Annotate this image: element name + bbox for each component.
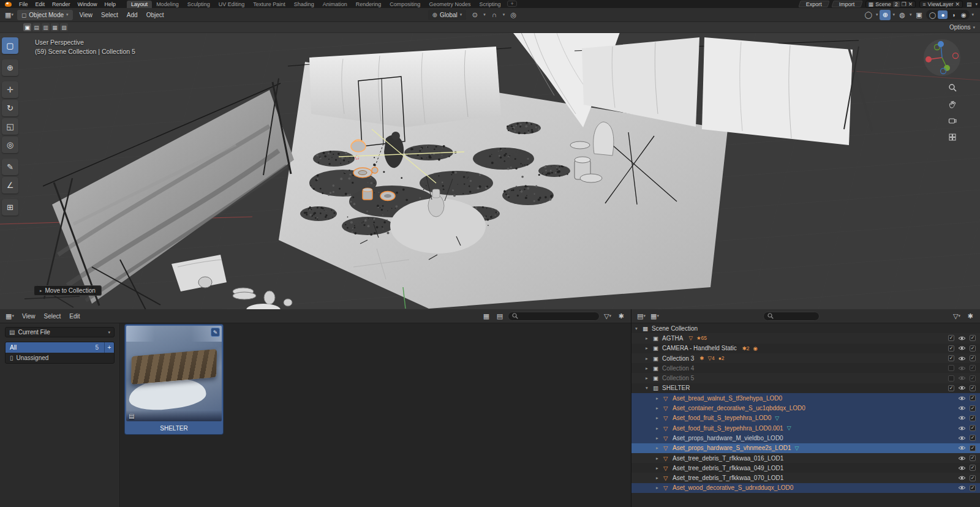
workspace-tab-shading[interactable]: Shading xyxy=(290,1,318,8)
expand-arrow-icon[interactable]: ▸ xyxy=(646,336,653,341)
disable-checkbox[interactable]: ✓ xyxy=(970,425,976,431)
expand-arrow-icon[interactable]: ▸ xyxy=(656,445,663,451)
outliner-row[interactable]: ▸▽Aset_tree_debris_T_rfkkwaa_049_LOD1✓ xyxy=(631,463,980,473)
xray-icon[interactable]: ▣ xyxy=(913,10,924,20)
outliner-row[interactable]: ▸▽Aset_tree_debris_T_rfkkwaa_070_LOD1✓ xyxy=(631,473,980,483)
hide-eye-icon[interactable] xyxy=(958,475,966,481)
scale-tool[interactable]: ◱ xyxy=(2,118,18,135)
exclude-checkbox[interactable]: ✓ xyxy=(948,385,954,391)
expand-arrow-icon[interactable]: ▸ xyxy=(656,435,663,441)
outliner-row[interactable]: ▸▣Collection 3✱▽4●2✓✓ xyxy=(631,353,980,363)
disable-checkbox[interactable]: ✓ xyxy=(970,455,976,461)
editor-type-asset-browser-icon[interactable]: ▦▾ xyxy=(4,311,15,321)
menu-edit[interactable]: Edit xyxy=(32,1,49,8)
disable-checkbox[interactable]: ✓ xyxy=(970,345,976,351)
hide-eye-icon[interactable] xyxy=(958,435,966,441)
viewport-canvas[interactable] xyxy=(0,22,980,309)
disable-checkbox[interactable]: ✓ xyxy=(970,405,976,411)
shading-rendered-icon[interactable]: ◉ xyxy=(959,10,968,19)
proportional-editing-icon[interactable]: ◎ xyxy=(508,10,519,20)
hide-eye-icon[interactable] xyxy=(958,415,966,421)
overlays-icon[interactable]: ◍ xyxy=(897,10,908,20)
expand-arrow-icon[interactable]: ▸ xyxy=(656,485,663,490)
transform-tool[interactable]: ◎ xyxy=(2,137,18,153)
disable-checkbox[interactable]: ✓ xyxy=(970,335,976,341)
disable-checkbox[interactable]: ✓ xyxy=(970,365,976,371)
hide-eye-icon[interactable] xyxy=(958,456,966,461)
expand-arrow-icon[interactable]: ▸ xyxy=(646,345,653,351)
asset-menu-view[interactable]: View xyxy=(18,313,40,320)
pan-hand-icon[interactable] xyxy=(947,99,958,110)
asset-card-shelter[interactable]: ✎ ▤ SHELTER xyxy=(125,325,223,434)
expand-arrow-icon[interactable]: ▸ xyxy=(656,465,663,471)
disable-checkbox[interactable]: ✓ xyxy=(970,445,976,451)
viewlayer-selector[interactable]: ≡ ViewLayer ✕ xyxy=(919,1,963,8)
viewport-menu-object[interactable]: Object xyxy=(142,12,168,18)
disable-checkbox[interactable]: ✓ xyxy=(970,355,976,361)
disable-checkbox[interactable]: ✓ xyxy=(970,465,976,471)
exclude-checkbox[interactable]: ✓ xyxy=(948,345,954,351)
menu-window[interactable]: Window xyxy=(74,1,101,8)
unlink-scene-icon[interactable]: ✕ xyxy=(908,1,913,7)
hide-eye-icon[interactable] xyxy=(958,356,966,361)
workspace-tab-rendering[interactable]: Rendering xyxy=(352,1,386,8)
blender-logo-icon[interactable] xyxy=(5,2,12,7)
hide-eye-icon[interactable] xyxy=(958,465,966,471)
export-button[interactable]: Export xyxy=(799,1,830,7)
viewport-menu-view[interactable]: View xyxy=(75,12,97,18)
select-mode-intersect-icon[interactable]: ▧ xyxy=(60,23,68,31)
hide-eye-icon[interactable] xyxy=(958,345,966,351)
disable-checkbox[interactable]: ✓ xyxy=(970,475,976,481)
mode-selector[interactable]: ◻ Object Mode▾ xyxy=(17,10,73,20)
measure-tool[interactable]: ∠ xyxy=(2,177,18,193)
add-cube-tool[interactable]: ⊞ xyxy=(2,199,18,216)
rotate-tool[interactable]: ↻ xyxy=(2,100,18,116)
ortho-grid-icon[interactable] xyxy=(947,132,958,143)
menu-file[interactable]: File xyxy=(15,1,32,8)
editor-type-outliner-icon[interactable]: ▤▾ xyxy=(636,311,647,321)
exclude-checkbox[interactable] xyxy=(948,375,954,381)
disable-checkbox[interactable]: ✓ xyxy=(970,435,976,441)
hide-eye-icon[interactable] xyxy=(958,426,966,431)
outliner-row[interactable]: ▸▣Collection 4✓ xyxy=(631,363,980,373)
add-workspace-button[interactable]: + xyxy=(507,1,516,7)
outliner-settings-icon[interactable]: ✱ xyxy=(965,311,976,321)
outliner-row[interactable]: ▸▣Collection 5✓ xyxy=(631,373,980,383)
display-mode-icon[interactable]: ▦▾ xyxy=(649,311,660,321)
exclude-checkbox[interactable]: ✓ xyxy=(948,355,954,361)
select-box-tool[interactable]: ▢ xyxy=(2,37,18,54)
expand-operator-icon[interactable]: ▸ xyxy=(40,288,42,293)
asset-menu-edit[interactable]: Edit xyxy=(65,313,84,320)
viewport-menu-add[interactable]: Add xyxy=(123,12,142,18)
workspace-tab-texture-paint[interactable]: Texture Paint xyxy=(249,1,290,8)
disable-checkbox[interactable]: ✓ xyxy=(970,395,976,401)
workspace-tab-sculpting[interactable]: Sculpting xyxy=(183,1,214,8)
outliner-row[interactable]: ▸▽Aset_container_decorative_S_uc1qbddqx_… xyxy=(631,403,980,413)
cursor-tool[interactable]: ⊕ xyxy=(2,59,18,76)
outliner-row[interactable]: ▸▽Aset_props_hardware_M_vieldbo_LOD0✓ xyxy=(631,433,980,443)
overlays-dropdown-icon[interactable]: ▾ xyxy=(910,12,912,17)
outliner-row[interactable]: ▸▽Aset_wood_decorative_S_udrxdduqx_LOD0✓ xyxy=(631,483,980,493)
viewport-menu-select[interactable]: Select xyxy=(97,12,123,18)
outliner-row[interactable]: ▸▽Aset_props_hardware_S_vhnmee2s_LOD1▽✓ xyxy=(631,443,980,453)
outliner-row[interactable]: ▸▽Aset_food_fruit_S_teypehhra_LOD0▽✓ xyxy=(631,413,980,423)
expand-arrow-icon[interactable]: ▸ xyxy=(656,456,663,461)
chevron-down-icon[interactable]: ▾ xyxy=(975,2,978,7)
disable-checkbox[interactable]: ✓ xyxy=(970,415,976,421)
object-visibility-icon[interactable]: ◯ xyxy=(863,10,874,20)
edit-asset-icon[interactable]: ✎ xyxy=(211,328,220,337)
workspace-tab-layout[interactable]: Layout xyxy=(127,1,152,8)
outliner-search-input[interactable] xyxy=(763,312,820,321)
outliner-row[interactable]: ▸▽Aset_bread_walnut_S_tf3nehypa_LOD0✓ xyxy=(631,393,980,403)
snap-magnet-icon[interactable]: ∩ xyxy=(489,10,500,20)
options-dropdown[interactable]: Options▾ xyxy=(949,24,975,31)
select-mode-invert-icon[interactable]: ▦ xyxy=(51,23,59,31)
annotate-tool[interactable]: ✎ xyxy=(2,159,18,175)
select-mode-subtract-icon[interactable]: ▥ xyxy=(42,23,50,31)
hide-eye-icon[interactable] xyxy=(958,445,966,451)
outliner-row[interactable]: ▾▦Scene Collection xyxy=(631,323,980,333)
workspace-tab-modeling[interactable]: Modeling xyxy=(152,1,183,8)
asset-menu-select[interactable]: Select xyxy=(40,313,66,320)
import-button[interactable]: Import xyxy=(832,1,863,7)
hide-eye-icon[interactable] xyxy=(958,375,966,381)
